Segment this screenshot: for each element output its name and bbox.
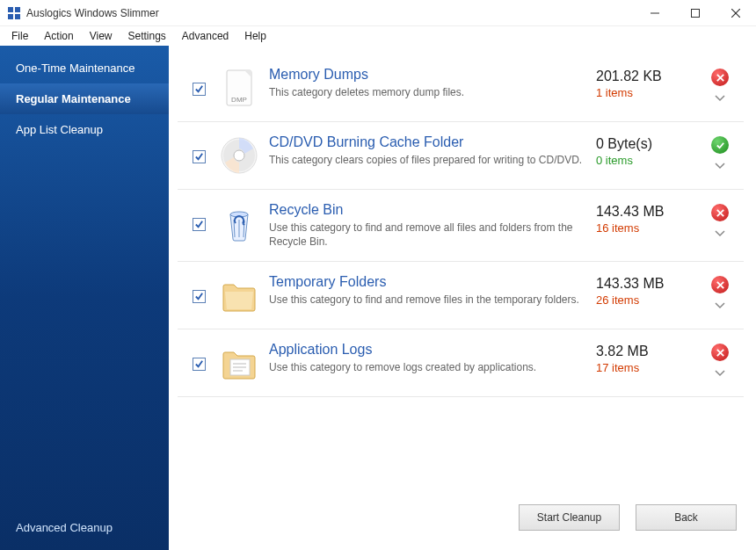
chevron-down-icon[interactable] xyxy=(715,370,725,377)
button-row: Start Cleanup Back xyxy=(178,490,744,550)
close-button[interactable] xyxy=(716,0,756,26)
category-size: 143.33 MB xyxy=(596,276,701,292)
sidebar-item-regular[interactable]: Regular Maintenance xyxy=(0,83,169,114)
menubar: File Action View Settings Advanced Help xyxy=(0,26,756,46)
category-items: 0 items xyxy=(596,154,701,167)
svg-rect-0 xyxy=(8,7,13,12)
chevron-down-icon[interactable] xyxy=(715,230,725,237)
category-title: Application Logs xyxy=(269,342,596,358)
category-size: 3.82 MB xyxy=(596,344,701,359)
category-checkbox[interactable] xyxy=(193,290,206,303)
menu-file[interactable]: File xyxy=(4,27,36,45)
app-icon xyxy=(7,6,21,20)
category-items: 26 items xyxy=(596,293,701,307)
category-items: 1 items xyxy=(596,86,701,99)
category-checkbox[interactable] xyxy=(193,150,206,163)
status-icon xyxy=(711,276,729,293)
category-row: Memory DumpsThis category deletes memory… xyxy=(178,54,744,122)
svg-rect-5 xyxy=(692,10,700,18)
category-row: Recycle BinUse this category to find and… xyxy=(178,190,744,262)
menu-settings[interactable]: Settings xyxy=(120,27,174,45)
category-items: 16 items xyxy=(596,221,701,235)
category-row: Application LogsUse this category to rem… xyxy=(178,329,744,397)
svg-rect-1 xyxy=(15,7,20,12)
sidebar-item-applist[interactable]: App List Cleanup xyxy=(0,114,169,145)
category-row: CD/DVD Burning Cache FolderThis category… xyxy=(178,122,744,190)
category-items: 17 items xyxy=(596,361,701,374)
category-title: Temporary Folders xyxy=(269,274,596,290)
status-icon xyxy=(711,69,729,86)
category-description: This category clears copies of files pre… xyxy=(269,153,596,167)
category-checkbox[interactable] xyxy=(193,218,206,231)
window-controls xyxy=(635,0,756,25)
category-size: 0 Byte(s) xyxy=(596,136,701,152)
category-title: CD/DVD Burning Cache Folder xyxy=(269,134,596,150)
status-icon xyxy=(711,204,729,221)
back-button[interactable]: Back xyxy=(636,504,737,531)
category-icon xyxy=(214,342,264,384)
category-size: 201.82 KB xyxy=(596,69,701,84)
menu-help[interactable]: Help xyxy=(236,27,274,45)
category-description: Use this category to find and remove fil… xyxy=(269,293,596,307)
maximize-button[interactable] xyxy=(675,0,716,26)
category-icon xyxy=(214,274,264,316)
category-title: Memory Dumps xyxy=(269,67,596,83)
category-checkbox[interactable] xyxy=(193,358,206,371)
status-icon xyxy=(711,344,729,361)
status-icon xyxy=(711,136,729,154)
svg-rect-3 xyxy=(15,14,20,19)
minimize-button[interactable] xyxy=(635,0,675,26)
chevron-down-icon[interactable] xyxy=(715,95,725,102)
category-icon xyxy=(214,134,264,177)
category-row: Temporary FoldersUse this category to fi… xyxy=(178,262,744,329)
menu-advanced[interactable]: Advanced xyxy=(174,27,236,45)
titlebar: Auslogics Windows Slimmer xyxy=(0,0,756,26)
menu-action[interactable]: Action xyxy=(36,27,81,45)
category-icon xyxy=(214,67,264,109)
category-title: Recycle Bin xyxy=(269,202,596,218)
sidebar-advanced-cleanup[interactable]: Advanced Cleanup xyxy=(16,521,113,534)
category-icon xyxy=(214,202,264,244)
category-checkbox[interactable] xyxy=(193,83,206,96)
sidebar: One-Time Maintenance Regular Maintenance… xyxy=(0,46,169,550)
category-description: Use this category to remove logs created… xyxy=(269,360,596,374)
chevron-down-icon[interactable] xyxy=(715,163,725,170)
chevron-down-icon[interactable] xyxy=(715,302,725,309)
category-description: This category deletes memory dump files. xyxy=(269,85,596,99)
category-size: 143.43 MB xyxy=(596,204,701,220)
menu-view[interactable]: View xyxy=(82,27,120,45)
category-description: Use this category to find and remove all… xyxy=(269,221,596,249)
content: Memory DumpsThis category deletes memory… xyxy=(169,46,756,550)
window-title: Auslogics Windows Slimmer xyxy=(26,7,635,19)
start-cleanup-button[interactable]: Start Cleanup xyxy=(519,504,620,531)
svg-rect-2 xyxy=(8,14,13,19)
sidebar-item-onetime[interactable]: One-Time Maintenance xyxy=(0,53,169,83)
